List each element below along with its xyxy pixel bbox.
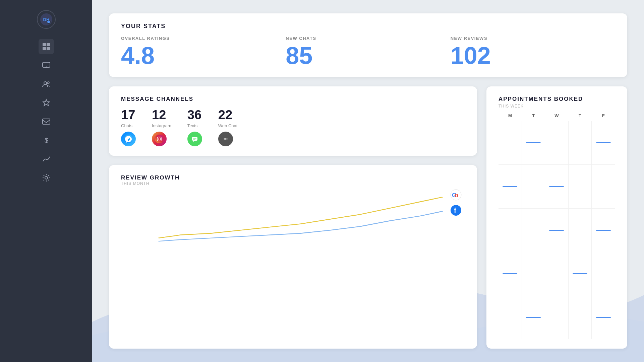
webchat-icon xyxy=(218,132,233,146)
appointments-body xyxy=(499,121,615,339)
stats-row: OVERALL RATINGS 4.8 NEW CHATS 85 NEW REV… xyxy=(121,36,615,68)
appt-cell-1-5 xyxy=(592,121,615,164)
appointments-subtitle: THIS WEEK xyxy=(499,104,615,108)
appt-cell-4-1 xyxy=(499,252,522,295)
appt-indicator xyxy=(503,273,517,274)
channel-webchat: 22 Web Chat xyxy=(218,108,238,146)
day-header-w: W xyxy=(545,113,569,118)
channel-chats: 17 Chats xyxy=(121,108,136,146)
sidebar-item-reviews[interactable] xyxy=(39,95,54,111)
svg-point-10 xyxy=(44,82,47,84)
review-growth-title: REVIEW GROWTH xyxy=(121,174,465,181)
webchat-label: Web Chat xyxy=(218,123,238,128)
appt-cell-2-3 xyxy=(545,165,569,208)
svg-point-17 xyxy=(155,135,164,143)
day-header-f: F xyxy=(592,113,615,118)
review-growth-card: REVIEW GROWTH THIS MONTH G xyxy=(109,165,477,349)
appt-indicator xyxy=(596,317,611,318)
review-growth-subtitle: THIS MONTH xyxy=(121,181,465,186)
sidebar-item-dashboard[interactable] xyxy=(39,39,54,54)
appt-cell-4-3 xyxy=(545,252,569,295)
appt-cell-4-2 xyxy=(522,252,545,295)
appt-cell-4-5 xyxy=(592,252,615,295)
left-column: MESSAGE CHANNELS 17 Chats xyxy=(109,86,477,349)
channels-row: 17 Chats xyxy=(121,108,465,146)
stat-new-reviews: NEW REVIEWS 102 xyxy=(451,36,615,68)
day-header-t2: T xyxy=(569,113,592,118)
appt-cell-4-4 xyxy=(569,252,592,295)
appointments-card: APPOINTMENTS BOOKED THIS WEEK M T W T F xyxy=(486,86,627,349)
appt-cell-3-3 xyxy=(545,209,569,252)
new-chats-value: 85 xyxy=(286,44,450,68)
appt-indicator xyxy=(526,317,541,318)
day-header-t1: T xyxy=(522,113,545,118)
appt-cell-2-4 xyxy=(569,165,592,208)
facebook-legend-icon: f xyxy=(450,205,462,217)
new-reviews-value: 102 xyxy=(451,44,615,68)
google-legend-icon: G o xyxy=(450,189,462,202)
sidebar-item-analytics[interactable] xyxy=(39,151,54,167)
appt-cell-5-2 xyxy=(522,296,545,339)
main-content: YOUR STATS OVERALL RATINGS 4.8 NEW CHATS… xyxy=(92,0,644,362)
svg-point-20 xyxy=(161,137,161,138)
appt-indicator xyxy=(526,142,541,143)
svg-rect-6 xyxy=(47,43,50,46)
chats-count: 17 xyxy=(121,108,135,121)
appt-indicator xyxy=(596,142,611,143)
appt-indicator xyxy=(596,230,611,231)
channels-title: MESSAGE CHANNELS xyxy=(121,96,465,102)
appt-indicator xyxy=(549,230,564,231)
review-chart xyxy=(121,189,465,243)
chats-label: Chats xyxy=(121,123,132,128)
overall-ratings-value: 4.8 xyxy=(121,44,286,68)
svg-point-27 xyxy=(225,138,226,140)
svg-rect-5 xyxy=(43,43,46,46)
appt-indicator xyxy=(573,273,587,274)
stats-title: YOUR STATS xyxy=(121,23,615,30)
new-reviews-label: NEW REVIEWS xyxy=(451,36,615,41)
svg-text:...: ... xyxy=(48,21,49,23)
svg-rect-23 xyxy=(193,138,196,139)
stats-card: YOUR STATS OVERALL RATINGS 4.8 NEW CHATS… xyxy=(109,13,627,77)
svg-point-11 xyxy=(47,82,49,84)
texts-label: Texts xyxy=(187,123,197,128)
appt-cell-1-3 xyxy=(545,121,569,164)
day-header-m: M xyxy=(499,113,522,118)
appt-cell-1-4 xyxy=(569,121,592,164)
appt-cell-1-1 xyxy=(499,121,522,164)
sidebar: DH ... xyxy=(0,0,92,362)
sidebar-item-messages[interactable] xyxy=(39,58,54,73)
new-chats-label: NEW CHATS xyxy=(286,36,450,41)
appt-cell-1-2 xyxy=(522,121,545,164)
messenger-icon xyxy=(121,132,136,146)
appointments-title: APPOINTMENTS BOOKED xyxy=(499,96,615,102)
appt-row-2 xyxy=(499,165,615,208)
appt-cell-3-5 xyxy=(592,209,615,252)
appt-cell-5-1 xyxy=(499,296,522,339)
overall-ratings-label: OVERALL RATINGS xyxy=(121,36,286,41)
svg-text:f: f xyxy=(454,207,456,214)
texts-icon xyxy=(187,132,202,146)
svg-rect-13 xyxy=(43,119,50,124)
appt-cell-2-5 xyxy=(592,165,615,208)
appt-cell-2-1 xyxy=(499,165,522,208)
instagram-count: 12 xyxy=(152,108,166,121)
appt-cell-3-1 xyxy=(499,209,522,252)
appt-cell-2-2 xyxy=(522,165,545,208)
appointments-header: M T W T F xyxy=(499,113,615,121)
channel-texts: 36 Texts xyxy=(187,108,202,146)
svg-point-26 xyxy=(224,138,225,140)
sidebar-item-settings[interactable] xyxy=(39,170,54,186)
appt-indicator xyxy=(549,186,564,187)
sidebar-item-billing[interactable]: $ xyxy=(39,133,54,148)
app-logo: DH ... xyxy=(37,10,56,29)
appt-row-1 xyxy=(499,121,615,165)
appointments-grid: M T W T F xyxy=(499,113,615,339)
sidebar-item-inbox[interactable] xyxy=(39,114,54,129)
message-channels-card: MESSAGE CHANNELS 17 Chats xyxy=(109,86,477,156)
texts-count: 36 xyxy=(187,108,201,121)
sidebar-item-contacts[interactable] xyxy=(39,76,54,92)
svg-rect-8 xyxy=(47,47,50,50)
appt-cell-5-4 xyxy=(569,296,592,339)
svg-marker-12 xyxy=(43,99,49,106)
